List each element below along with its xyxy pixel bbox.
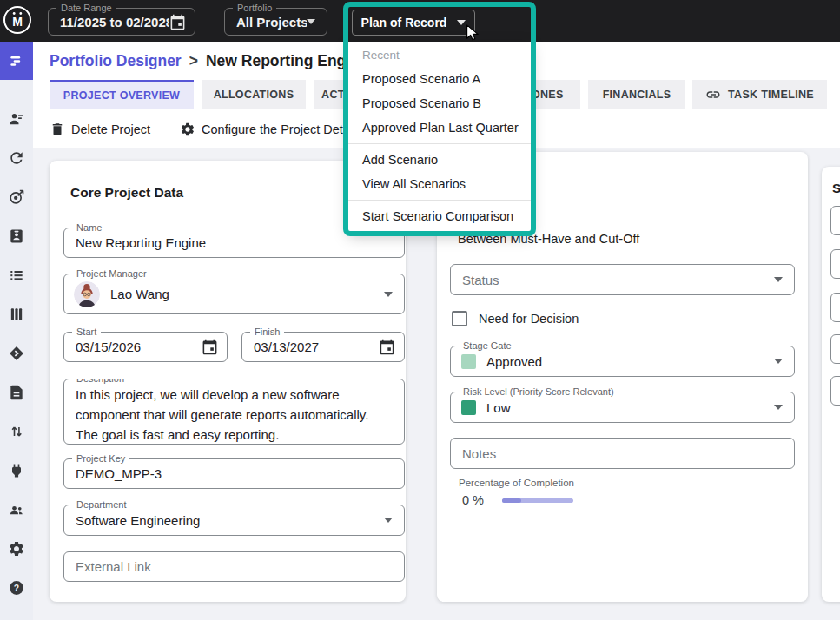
menu-divider xyxy=(348,200,531,201)
department-value: Software Engineering xyxy=(64,513,384,528)
tab-project-overview[interactable]: PROJECT OVERVIEW xyxy=(50,80,194,109)
card-title: Core Project Data xyxy=(70,185,183,201)
external-link-placeholder: External Link xyxy=(64,559,404,574)
project-key-value: DEMO_MPP-3 xyxy=(64,466,404,481)
gear-icon xyxy=(180,122,195,137)
risk-level-color-swatch xyxy=(461,400,476,415)
chevron-down-icon xyxy=(774,359,783,364)
stage-gate-field[interactable]: Stage Gate Approved xyxy=(450,346,795,377)
chevron-down-icon xyxy=(457,20,466,25)
portfolio-label: Portfolio xyxy=(233,2,276,15)
integrations-plug-icon[interactable] xyxy=(0,452,33,490)
menu-item-view-all-scenarios[interactable]: View All Scenarios xyxy=(348,172,531,196)
menu-item-approved-plan-last-quarter[interactable]: Approved Plan Last Quarter xyxy=(348,115,531,140)
tab-label: FINANCIALS xyxy=(603,89,671,101)
scenario-selector-label: Plan of Record xyxy=(361,16,447,30)
description-label: Description xyxy=(72,379,129,386)
person-roster-icon[interactable] xyxy=(0,100,33,138)
portfolio-value: All Projects xyxy=(225,15,307,30)
tab-label: TASK TIMELINE xyxy=(728,89,814,101)
card-title: S xyxy=(832,181,840,196)
finish-date-field[interactable]: Finish 03/13/2027 xyxy=(241,332,405,362)
project-manager-label: Project Manager xyxy=(72,267,151,280)
help-icon[interactable]: ? xyxy=(0,569,33,607)
need-for-decision-checkbox[interactable] xyxy=(452,311,467,326)
calendar-icon[interactable] xyxy=(202,339,218,355)
department-field[interactable]: Department Software Engineering xyxy=(63,505,405,536)
project-key-field[interactable]: Project Key DEMO_MPP-3 xyxy=(63,458,405,489)
link-icon xyxy=(705,87,721,102)
avatar xyxy=(74,281,100,307)
calendar-icon[interactable] xyxy=(379,339,395,355)
badge-id-icon[interactable] xyxy=(0,217,33,255)
name-field-value: New Reporting Engine xyxy=(64,235,404,250)
configure-project-details-button[interactable]: Configure the Project Details xyxy=(180,122,362,137)
scenario-selector-button[interactable]: Plan of Record xyxy=(352,10,475,36)
finish-date-label: Finish xyxy=(250,326,284,339)
delete-project-label: Delete Project xyxy=(71,122,150,136)
start-date-value: 03/15/2026 xyxy=(64,340,202,354)
clipped-field[interactable] xyxy=(830,249,840,279)
risk-level-label: Risk Level (Priority Score Relevant) xyxy=(459,386,618,399)
tab-label: PROJECT OVERVIEW xyxy=(63,89,180,102)
status-field[interactable]: Status xyxy=(450,264,795,295)
date-range-field[interactable]: Date Range 11/2025 to 02/2028 xyxy=(48,8,195,36)
start-date-field[interactable]: Start 03/15/2026 xyxy=(63,332,228,362)
clipped-field[interactable] xyxy=(830,206,840,235)
stage-gate-label: Stage Gate xyxy=(459,340,516,353)
gantt-portfolio-designer-icon[interactable] xyxy=(0,42,33,80)
clipped-field[interactable] xyxy=(830,334,840,364)
completion-slider[interactable] xyxy=(502,498,573,503)
finish-date-value: 03/13/2027 xyxy=(242,340,379,354)
goal-target-icon[interactable] xyxy=(0,178,33,216)
completion-label: Percentage of Completion xyxy=(459,478,574,488)
delete-project-button[interactable]: Delete Project xyxy=(50,122,150,137)
name-field[interactable]: Name New Reporting Engine xyxy=(63,228,405,258)
menu-item-add-scenario[interactable]: Add Scenario xyxy=(348,148,531,172)
kanban-board-icon[interactable] xyxy=(0,295,33,333)
menu-divider xyxy=(348,143,531,144)
menu-item-proposed-scenario-b[interactable]: Proposed Scenario B xyxy=(348,91,531,115)
breadcrumb: Portfolio Designer > New Reporting Engin… xyxy=(50,49,368,73)
calendar-icon xyxy=(169,14,186,30)
portfolio-selector[interactable]: Portfolio All Projects xyxy=(224,8,327,36)
svg-text:M: M xyxy=(12,15,23,29)
sidebar-nav: ? xyxy=(0,42,33,620)
description-value: In this project, we will develop a new s… xyxy=(64,379,404,445)
completion-value: 0 % xyxy=(462,493,484,507)
sync-icon[interactable] xyxy=(0,139,33,177)
menu-item-proposed-scenario-a[interactable]: Proposed Scenario A xyxy=(348,67,531,91)
tab-allocations[interactable]: ALLOCATIONS xyxy=(202,80,306,109)
project-manager-field[interactable]: Project Manager Lao Wang xyxy=(63,274,405,314)
scenario-dropdown-menu: Recent Proposed Scenario A Proposed Scen… xyxy=(348,42,531,231)
chevron-down-icon xyxy=(384,518,393,523)
external-link-field[interactable]: External Link xyxy=(63,551,405,582)
chevron-down-icon xyxy=(774,405,783,410)
name-field-label: Name xyxy=(72,221,106,234)
svg-text:?: ? xyxy=(14,584,19,593)
menu-item-start-scenario-comparison[interactable]: Start Scenario Comparison xyxy=(348,204,531,228)
sort-arrows-icon[interactable] xyxy=(0,412,33,451)
team-people-icon[interactable] xyxy=(0,491,33,529)
settings-gear-icon[interactable] xyxy=(0,530,33,568)
breadcrumb-separator: > xyxy=(189,52,198,70)
description-field[interactable]: Description In this project, we will dev… xyxy=(63,379,405,445)
tab-financials[interactable]: FINANCIALS xyxy=(588,80,685,109)
tab-label: ALLOCATIONS xyxy=(214,89,294,101)
priority-rank-text: Between Must-Have and Cut-Off xyxy=(458,232,639,246)
clipped-field[interactable] xyxy=(830,376,840,406)
tab-task-timeline[interactable]: TASK TIMELINE xyxy=(692,80,827,109)
risk-level-field[interactable]: Risk Level (Priority Score Relevant) Low xyxy=(450,392,795,423)
clipped-field[interactable] xyxy=(830,293,840,322)
date-range-value: 11/2025 to 02/2028 xyxy=(49,15,169,30)
app-logo-icon[interactable]: M xyxy=(2,4,33,36)
document-report-icon[interactable] xyxy=(0,373,33,412)
need-for-decision-row[interactable]: Need for Decision xyxy=(452,311,579,326)
project-manager-value: Lao Wang xyxy=(100,287,384,301)
list-icon[interactable] xyxy=(0,256,33,294)
page-title: New Reporting Engine xyxy=(206,52,368,70)
notes-field[interactable]: Notes xyxy=(450,438,795,469)
breadcrumb-portfolio-designer[interactable]: Portfolio Designer xyxy=(50,52,182,70)
milestone-diamond-icon[interactable] xyxy=(0,334,33,373)
project-toolbar: Delete Project Configure the Project Det… xyxy=(50,115,392,144)
